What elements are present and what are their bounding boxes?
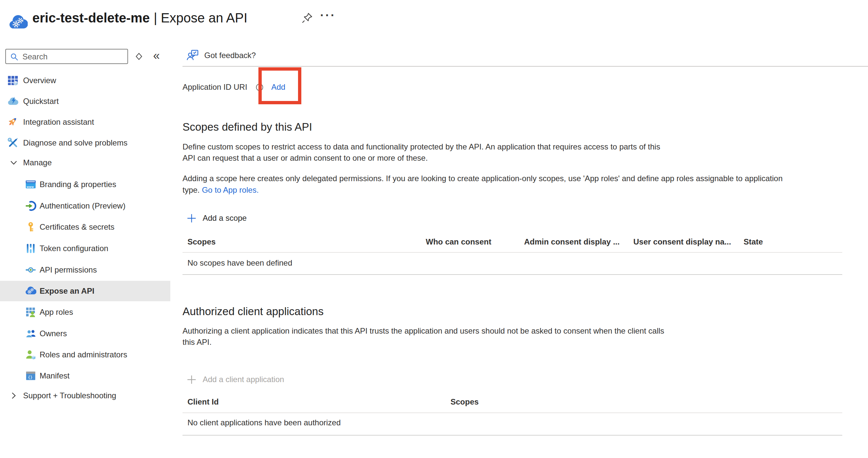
scopes-empty-message: No scopes have been defined	[187, 258, 292, 268]
who-can-consent-col-header: Who can consent	[426, 237, 491, 247]
application-id-uri-label: Application ID URI	[183, 83, 247, 92]
sidebar-item-owners[interactable]: Owners	[0, 323, 170, 344]
person-cube-icon	[25, 349, 36, 360]
api-permission-icon	[25, 264, 36, 275]
pushpin-icon[interactable]	[301, 12, 313, 24]
sidebar-item-token-configuration[interactable]: Token configuration	[0, 238, 170, 259]
user-consent-col-header: User consent display na...	[633, 237, 731, 247]
two-people-icon	[25, 328, 36, 339]
svg-text:www: www	[26, 186, 34, 188]
add-client-application-label: Add a client application	[203, 375, 284, 384]
sidebar-item-authentication[interactable]: Authentication (Preview)	[0, 196, 170, 216]
expose-an-api-page: eric-test-delete-me| Expose an API ··· «…	[0, 0, 868, 458]
chevron-down-icon	[9, 158, 18, 167]
scopes-note-prefix: type.	[183, 186, 200, 194]
sidebar-item-expose-an-api[interactable]: Expose an API	[0, 281, 170, 301]
cloud-lightning-icon	[7, 96, 19, 107]
plus-icon	[186, 213, 197, 223]
clients-table-bottom-divider	[183, 435, 842, 435]
more-options-button[interactable]: ···	[320, 8, 336, 23]
add-a-scope-label: Add a scope	[203, 214, 247, 223]
go-to-app-roles-link[interactable]: Go to App roles.	[202, 186, 259, 194]
sidebar-item-branding-properties[interactable]: www Branding & properties	[0, 174, 170, 195]
scopes-section-title: Scopes defined by this API	[183, 121, 312, 133]
sidebar-item-integration-assistant[interactable]: Integration assistant	[0, 112, 170, 132]
sidebar-search	[5, 49, 128, 64]
plus-icon	[186, 374, 197, 385]
got-feedback-button[interactable]: Got feedback?	[186, 48, 256, 63]
got-feedback-label: Got feedback?	[204, 51, 256, 60]
scopes-table-bottom-divider	[183, 274, 842, 275]
search-input[interactable]	[22, 50, 125, 64]
sidebar-group-manage[interactable]: Manage	[0, 153, 170, 173]
app-name: eric-test-delete-me	[32, 10, 150, 25]
collapse-menu-icon[interactable]: «	[153, 49, 160, 63]
sliders-icon	[25, 243, 36, 254]
clients-table-header-divider	[183, 413, 842, 413]
code-window-icon: {}	[25, 370, 36, 382]
scopes-note-line2: type. Go to App roles.	[183, 186, 259, 195]
scopes-note-line1: Adding a scope here creates only delegat…	[183, 174, 782, 183]
scopes-description: Define custom scopes to restrict access …	[183, 141, 660, 164]
svg-text:{}: {}	[28, 375, 33, 380]
sign-in-arrow-icon	[25, 200, 36, 211]
sidebar-group-support-troubleshooting[interactable]: Support + Troubleshooting	[0, 385, 170, 406]
clients-empty-message: No client applications have been authori…	[187, 418, 341, 427]
overview-grid-icon	[7, 75, 19, 86]
sidebar-item-certificates-secrets[interactable]: Certificates & secrets	[0, 217, 170, 237]
cloud-gears-icon	[8, 13, 28, 30]
grid-person-icon	[25, 306, 36, 318]
page-title: eric-test-delete-me| Expose an API	[32, 9, 248, 26]
sidebar-item-manifest[interactable]: {} Manifest	[0, 366, 170, 386]
page-subtitle: | Expose an API	[154, 10, 248, 25]
sidebar-item-overview[interactable]: Overview	[0, 70, 170, 91]
state-col-header: State	[744, 237, 763, 247]
scopes-col-header: Scopes	[187, 237, 216, 247]
admin-consent-col-header: Admin consent display ...	[524, 237, 619, 247]
annotation-highlight-box	[258, 67, 301, 104]
sidebar-item-quickstart[interactable]: Quickstart	[0, 91, 170, 111]
crossed-tools-icon	[7, 137, 19, 149]
diamond-icon[interactable]	[134, 52, 144, 61]
sidebar-item-app-roles[interactable]: App roles	[0, 302, 170, 322]
sidebar-item-api-permissions[interactable]: API permissions	[0, 260, 170, 280]
command-bar-divider	[183, 66, 868, 67]
rocket-icon	[7, 117, 19, 128]
add-a-scope-button[interactable]: Add a scope	[186, 212, 247, 224]
cloud-gears-icon	[25, 286, 36, 297]
sidebar-item-diagnose[interactable]: Diagnose and solve problems	[0, 133, 170, 153]
sidebar-item-roles-administrators[interactable]: Roles and administrators	[0, 345, 170, 365]
browser-window-icon: www	[25, 179, 36, 190]
add-client-application-button[interactable]: Add a client application	[186, 373, 284, 386]
key-icon	[25, 221, 36, 233]
client-scopes-col-header: Scopes	[451, 397, 478, 406]
scopes-table-header-divider	[183, 252, 842, 253]
search-icon	[10, 53, 19, 61]
chevron-right-icon	[9, 391, 18, 400]
client-id-col-header: Client Id	[187, 397, 219, 406]
person-feedback-icon	[186, 49, 200, 62]
authorized-clients-description: Authorizing a client application indicat…	[183, 325, 664, 348]
authorized-clients-title: Authorized client applications	[183, 305, 323, 318]
